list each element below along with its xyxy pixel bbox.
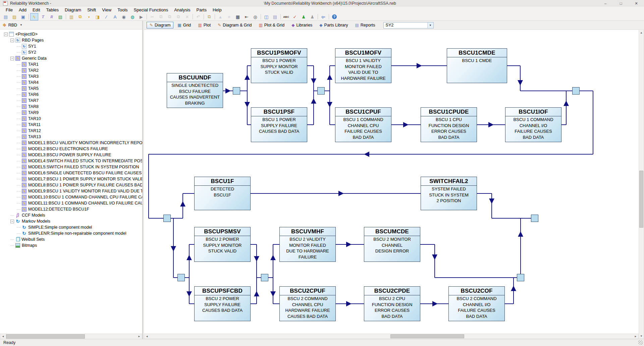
user-active-icon[interactable]: ♟ [300, 13, 308, 20]
tree-item[interactable]: ↻SIMPLE:Simple component model [0, 224, 142, 230]
rbd-block-bscu2cpuf[interactable]: BSCU2CPUFBSCU 2 COMMAND CHANNEL CPU HARD… [279, 286, 336, 321]
user-inactive-icon[interactable]: ♟ [308, 13, 316, 20]
tree-item[interactable]: ϟTAR12 [0, 128, 142, 134]
paste-special-icon[interactable]: ⧉ [174, 13, 182, 20]
tree-item[interactable]: Bitmaps [0, 242, 142, 248]
scrollbar-thumb[interactable] [639, 171, 643, 228]
menu-item-diagram[interactable]: Diagram [62, 7, 84, 13]
tree-item[interactable]: ϟMODEL3:BSCU POWER SUPPLY FAILURE [0, 152, 142, 158]
help-icon[interactable]: ? [330, 13, 338, 20]
junction-node[interactable] [531, 215, 538, 222]
diagram-horizontal-scrollbar[interactable]: ◄ ► [144, 334, 639, 339]
scroll-right-icon[interactable]: ► [633, 334, 638, 339]
menu-item-analysis[interactable]: Analysis [171, 7, 193, 13]
tree-expander[interactable]: − [10, 39, 14, 42]
rbd-block-bscupsfcbd[interactable]: BSCUPSFCBDBSCU 2 POWER SUPPLY FAILURE CA… [194, 286, 251, 321]
sidebar-horizontal-scrollbar[interactable]: ◄ ► [0, 334, 142, 339]
junction-node[interactable] [177, 274, 185, 281]
tab-libraries[interactable]: ◆Libraries [288, 22, 315, 28]
minimize-button[interactable]: – [598, 0, 613, 7]
cut-icon[interactable]: ✂ [148, 13, 156, 20]
resize-grip-icon[interactable] [638, 340, 643, 345]
tab-diagram-grid[interactable]: ✎Diagram & Grid [215, 22, 255, 28]
image-tool-icon[interactable]: ▧ [56, 13, 64, 20]
menu-item-view[interactable]: View [99, 7, 114, 13]
panel-splitter[interactable] [143, 21, 144, 339]
project-report-icon[interactable]: ▤ [271, 13, 279, 20]
tree-expander[interactable]: − [10, 57, 14, 60]
tree-expander[interactable]: − [4, 33, 8, 36]
tree-item[interactable]: ϟTAR5 [0, 85, 142, 92]
rbd-block-bscu1psmofv[interactable]: BSCU1PSMOFVBSCU 1 POWER SUPPLY MONTOR ST… [251, 48, 307, 83]
scroll-left-icon[interactable]: ◄ [144, 334, 150, 339]
junction-node[interactable] [233, 87, 240, 95]
tree-item[interactable]: ϟMODEL2:BSCU ELECTRONICS FAILURE [0, 146, 142, 152]
tree-expander[interactable]: − [10, 220, 14, 223]
tree-item[interactable]: ϟMODEL11:BSCU 1 COMMAND CHANNEL I/O FAIL… [0, 200, 142, 206]
junction-node[interactable] [163, 215, 171, 222]
page-selector[interactable]: SY2▼ [383, 22, 434, 28]
scrollbar-thumb[interactable] [390, 334, 464, 338]
tree-item[interactable]: ϟTAR1 [0, 61, 142, 67]
junction-node[interactable] [261, 274, 268, 281]
connector-tool-icon[interactable]: ∕ [102, 13, 110, 20]
undo-icon[interactable]: ↶ [194, 13, 202, 20]
open-file-icon[interactable]: ▨ [10, 13, 18, 20]
rbd-block-bscu1psf[interactable]: BSCU1PSFBSCU 1 POWER SUPPLY FAILURE CAUS… [251, 107, 307, 142]
scrollbar-thumb[interactable] [6, 334, 85, 339]
add-node-icon[interactable]: ◨ [94, 13, 102, 20]
tab-grid[interactable]: ▦Grid [174, 22, 194, 28]
new-file-icon[interactable]: ▤ [2, 13, 10, 20]
copy-page-icon[interactable]: ⧉ [76, 13, 84, 20]
rbd-module-icon[interactable]: ϟ [30, 13, 38, 20]
rbd-block-bscumcde[interactable]: BSCUMCDEBSCU 2 MONITOR CHANNEL DESIGN ER… [364, 227, 420, 262]
page-manager-icon[interactable]: ⧉ [205, 13, 213, 20]
page-find-icon[interactable]: ◉ [120, 13, 128, 20]
goto-block-icon[interactable]: ⇤ [243, 13, 251, 20]
menu-item-help[interactable]: Help [210, 7, 225, 13]
rbd-block-switchfail2[interactable]: SWITCHFAIL2SYSTEM FAILED STUCK IN SYSTEM… [421, 177, 477, 210]
validate-icon[interactable]: ✓ [291, 13, 299, 20]
delete-icon[interactable]: ✕ [183, 13, 191, 20]
tree-item[interactable]: ϟTAR8 [0, 104, 142, 110]
tree-item[interactable]: −<ProjectID> [0, 31, 142, 37]
add-page-icon[interactable]: ▥ [67, 13, 75, 20]
save-file-icon[interactable]: ▣ [19, 13, 27, 20]
menu-item-file[interactable]: File [3, 7, 16, 13]
junction-node[interactable] [317, 87, 325, 95]
tree-item[interactable]: ϟTAR6 [0, 92, 142, 98]
menu-item-special-functions[interactable]: Special Functions [131, 7, 171, 13]
rbd-block-bscuundf[interactable]: BSCUUNDFSINGLE UNDETECTED BSCU FAILURE C… [167, 73, 223, 108]
quick-query-icon[interactable]: Q= [319, 13, 327, 20]
rbd-block-bscu1cpude[interactable]: BSCU1CPUDEBSCU 1 CPU FUNCTION DESIGN ERR… [421, 107, 477, 142]
menu-item-edit[interactable]: Edit [30, 7, 43, 13]
copy-icon[interactable]: ⧉ [157, 13, 165, 20]
rbd-block-bscu1mofv[interactable]: BSCU1MOFVBSCU 1 VALIDTY MONITOR FAILED V… [335, 48, 391, 83]
tree-item[interactable]: ϟTAR11 [0, 122, 142, 128]
scroll-down-icon[interactable]: ▼ [639, 333, 644, 339]
web-link-icon[interactable]: ◍ [128, 13, 137, 20]
tree-item[interactable]: ϟMODEL9:BSCU 1 VALIDTY MONITOR FAILED VA… [0, 188, 142, 194]
menu-item-add[interactable]: Add [16, 7, 30, 13]
tree-item[interactable]: ϟMODEL6:SINGLE UNDETECTED BSCU FAILURE C… [0, 170, 142, 176]
maximize-button[interactable]: □ [613, 0, 629, 7]
label-tool-icon[interactable]: A [111, 13, 119, 20]
chevron-down-icon[interactable]: ▼ [427, 22, 433, 28]
tab-reports[interactable]: ▤Reports [352, 22, 378, 28]
rbd-block-bscu1f[interactable]: BSCU1FDETECTED BSCU1F [194, 177, 251, 210]
scroll-left-icon[interactable]: ◄ [0, 334, 6, 339]
junction-node[interactable] [572, 87, 580, 95]
tree-item[interactable]: ϟMODEL10:BSCU 1 COMMAND CHANNEL CPU FAIL… [0, 194, 142, 200]
tree-item[interactable]: ↻SIMPLENR:Simple non-repairable componen… [0, 230, 142, 236]
tree-item[interactable]: ϟTAR3 [0, 73, 142, 79]
tree-item[interactable]: ↻SY2 [0, 49, 142, 55]
module-selector[interactable]: ❖ RBD ▼ [0, 21, 142, 30]
tree-item[interactable]: ϟMODEL1:BSCU VALIDITY MONITOR INCORRECTL… [0, 140, 142, 146]
spell-check-icon[interactable]: ABC [282, 13, 290, 20]
rbd-block-bscu1iof[interactable]: BSCU1IOFBSCU 1 COMMAND CHANNEL I/O FAILU… [505, 107, 561, 142]
tree-item[interactable]: ϟTAR13 [0, 134, 142, 140]
tree-item[interactable]: βCCF Models [0, 212, 142, 218]
diagram-vertical-scrollbar[interactable]: ▲ ▼ [639, 30, 644, 339]
tab-plot-grid[interactable]: ▥Plot & Grid [256, 22, 287, 28]
menu-item-tables[interactable]: Tables [43, 7, 62, 13]
